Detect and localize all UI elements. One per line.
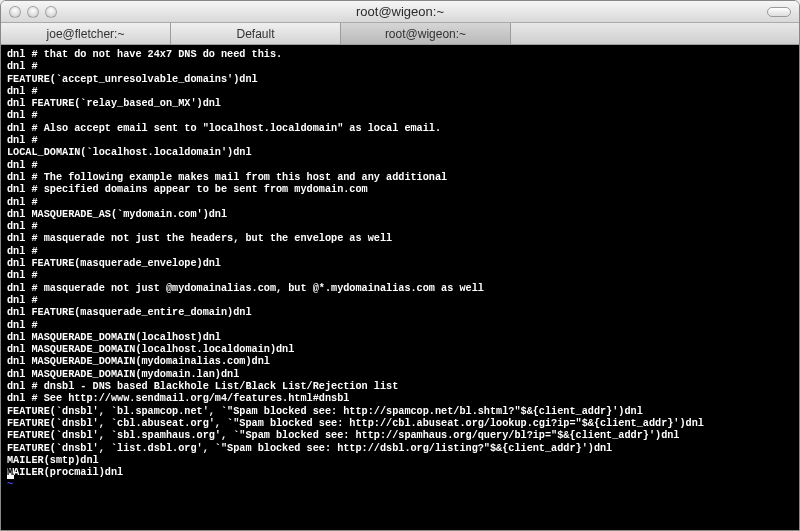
text-cursor xyxy=(7,468,14,479)
zoom-icon[interactable] xyxy=(45,6,57,18)
toolbar-pill-icon[interactable] xyxy=(767,7,791,17)
tab-label: joe@fletcher:~ xyxy=(47,27,125,41)
terminal-content[interactable]: dnl # that do not have 24x7 DNS do need … xyxy=(1,45,799,530)
close-icon[interactable] xyxy=(9,6,21,18)
tab-default[interactable]: Default xyxy=(171,23,341,44)
tab-label: root@wigeon:~ xyxy=(385,27,466,41)
terminal-window: root@wigeon:~ joe@fletcher:~ Default roo… xyxy=(0,0,800,531)
vim-empty-line-tilde: ~ xyxy=(7,479,793,491)
tab-joe-fletcher[interactable]: joe@fletcher:~ xyxy=(1,23,171,44)
tab-bar: joe@fletcher:~ Default root@wigeon:~ xyxy=(1,23,799,45)
traffic-lights xyxy=(9,6,57,18)
tab-root-wigeon[interactable]: root@wigeon:~ xyxy=(341,23,511,44)
window-title: root@wigeon:~ xyxy=(1,4,799,19)
tab-label: Default xyxy=(236,27,274,41)
titlebar[interactable]: root@wigeon:~ xyxy=(1,1,799,23)
minimize-icon[interactable] xyxy=(27,6,39,18)
